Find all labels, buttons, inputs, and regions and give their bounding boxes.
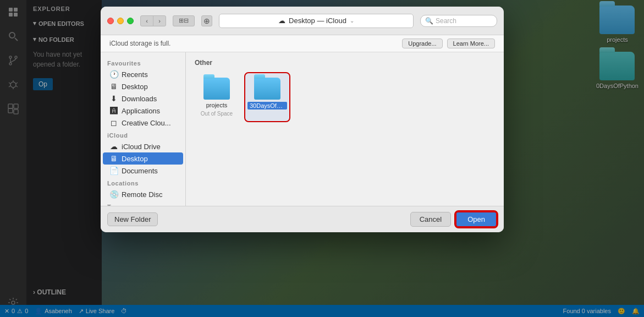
learn-more-button[interactable]: Learn More...: [447, 39, 495, 48]
downloads-label: Downloads: [122, 95, 157, 103]
view-toggle-button[interactable]: ⊞⊟: [173, 15, 195, 26]
recents-icon: 🕐: [109, 70, 118, 79]
location-bar[interactable]: ☁ Desktop — iCloud ⌄: [219, 14, 414, 28]
applications-icon: 🅰: [109, 106, 118, 115]
creative-cloud-icon: ◻: [109, 118, 118, 127]
icloud-buttons: Upgrade... Learn More...: [402, 39, 495, 48]
dialog-content: Favourites 🕐 Recents 🖥 Desktop ⬇ Downloa…: [101, 52, 504, 206]
sidebar-item-recents[interactable]: 🕐 Recents: [103, 68, 183, 80]
30dayspython-file-name: 30DaysOfPython: [247, 102, 287, 110]
icloud-drive-label: iCloud Drive: [122, 143, 161, 151]
finder-main: Other projects Out of Space 30DaysOfPyth…: [186, 52, 504, 206]
file-item-30dayspython[interactable]: 30DaysOfPython: [245, 73, 289, 121]
locations-section-title: Locations: [101, 177, 185, 188]
downloads-icon: ⬇: [109, 94, 118, 103]
nav-buttons: ‹ ›: [140, 15, 166, 26]
remote-disc-icon: 💿: [109, 190, 118, 199]
new-folder-button[interactable]: New Folder: [107, 212, 158, 226]
sidebar-item-desktop-icloud[interactable]: 🖥 Desktop: [103, 152, 183, 165]
creative-cloud-label: Creative Clou...: [122, 119, 171, 127]
minimize-traffic-light[interactable]: [117, 18, 124, 24]
desktop-icloud-icon: 🖥: [109, 154, 118, 163]
dialog-titlebar: ‹ › ⊞⊟ ⊕ ☁ Desktop — iCloud ⌄ 🔍 Search: [101, 7, 504, 35]
applications-label: Applications: [122, 107, 160, 115]
open-button[interactable]: Open: [455, 211, 497, 227]
remote-disc-label: Remote Disc: [122, 190, 162, 199]
sidebar-item-applications[interactable]: 🅰 Applications: [103, 105, 183, 117]
forward-button[interactable]: ›: [153, 15, 166, 26]
traffic-lights: [107, 18, 134, 24]
close-traffic-light[interactable]: [107, 18, 114, 24]
icloud-drive-icon: ☁: [109, 142, 118, 151]
upgrade-button[interactable]: Upgrade...: [402, 39, 442, 48]
search-placeholder: Search: [436, 17, 456, 25]
projects-file-name: projects: [206, 102, 228, 108]
tags-section-title: Tags: [101, 200, 185, 206]
back-button[interactable]: ‹: [140, 15, 153, 26]
sidebar-item-creative-cloud[interactable]: ◻ Creative Clou...: [103, 117, 183, 129]
desktop-fav-label: Desktop: [122, 83, 148, 91]
projects-file-sublabel: Out of Space: [201, 111, 233, 117]
recents-label: Recents: [122, 70, 148, 79]
new-folder-top-button[interactable]: ⊕: [201, 15, 212, 26]
search-icon: 🔍: [425, 17, 433, 25]
files-grid: projects Out of Space 30DaysOfPython: [195, 73, 495, 121]
sidebar-item-downloads[interactable]: ⬇ Downloads: [103, 92, 183, 105]
location-chevron-icon: ⌄: [350, 18, 354, 24]
sidebar-item-documents[interactable]: 📄 Documents: [103, 165, 183, 177]
desktop-icloud-label: Desktop: [122, 155, 148, 163]
dialog-bottom-bar: New Folder Cancel Open: [101, 206, 504, 232]
documents-label: Documents: [122, 167, 158, 175]
icloud-section-title: iCloud: [101, 129, 185, 140]
projects-folder-icon-sm: [203, 78, 230, 100]
open-button-wrapper: Open: [455, 211, 497, 227]
location-text: Desktop — iCloud: [289, 17, 346, 25]
maximize-traffic-light[interactable]: [127, 18, 134, 24]
30dayspython-folder-icon-sm: [254, 78, 280, 100]
search-bar[interactable]: 🔍 Search: [420, 15, 497, 27]
cancel-button[interactable]: Cancel: [410, 212, 451, 227]
finder-sidebar: Favourites 🕐 Recents 🖥 Desktop ⬇ Downloa…: [101, 52, 186, 206]
sidebar-item-remote-disc[interactable]: 💿 Remote Disc: [103, 188, 183, 200]
favourites-section-title: Favourites: [101, 57, 185, 68]
documents-icon: 📄: [109, 166, 118, 175]
other-section-title: Other: [195, 59, 495, 67]
file-dialog: ‹ › ⊞⊟ ⊕ ☁ Desktop — iCloud ⌄ 🔍 Search i…: [101, 7, 504, 232]
icloud-notice-text: iCloud storage is full.: [109, 40, 170, 47]
desktop-fav-icon: 🖥: [109, 82, 118, 91]
file-item-projects[interactable]: projects Out of Space: [195, 73, 239, 121]
sidebar-item-icloud-drive[interactable]: ☁ iCloud Drive: [103, 140, 183, 152]
sidebar-item-desktop-fav[interactable]: 🖥 Desktop: [103, 80, 183, 92]
icloud-notice-bar: iCloud storage is full. Upgrade... Learn…: [101, 35, 504, 52]
icloud-location-icon: ☁: [278, 17, 285, 25]
files-area: Other projects Out of Space 30DaysOfPyth…: [186, 52, 504, 206]
